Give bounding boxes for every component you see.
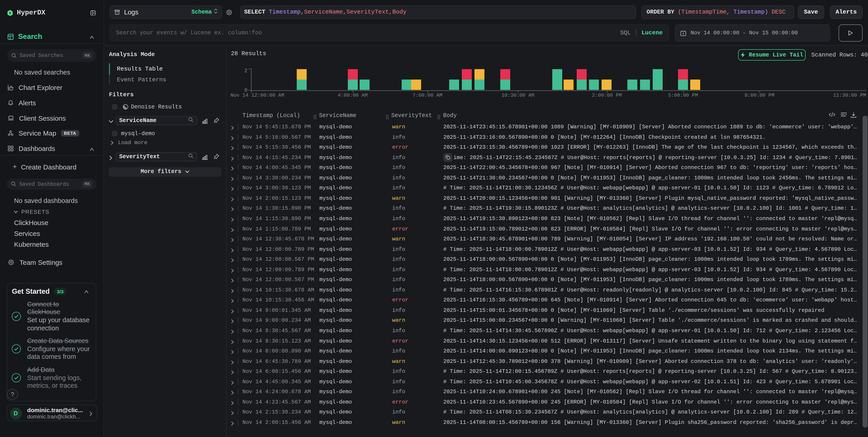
- svg-text:?: ?: [11, 391, 14, 398]
